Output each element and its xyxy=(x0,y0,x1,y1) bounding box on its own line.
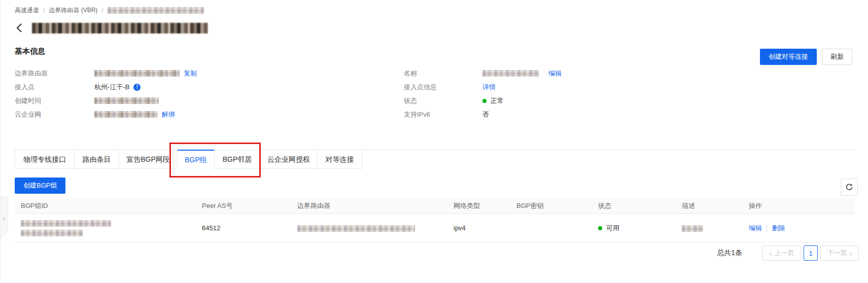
refresh-icon xyxy=(845,183,853,191)
copy-link[interactable]: 复制 xyxy=(184,69,197,78)
col-network-type: 网络类型 xyxy=(447,201,510,210)
field-label: 云企业网 xyxy=(15,110,94,119)
chevron-left-icon: ‹ xyxy=(3,215,5,222)
table-refresh-icon[interactable] xyxy=(841,179,858,196)
bgp-group-id-redacted xyxy=(21,220,111,227)
field-label: 名称 xyxy=(404,69,482,78)
field-label: 创建时间 xyxy=(15,96,94,105)
cell-actions: 编辑|删除 xyxy=(743,224,854,233)
back-icon[interactable] xyxy=(14,22,25,33)
cell-bgp-group-id xyxy=(15,220,196,236)
create-peer-connection-button[interactable]: 创建对等连接 xyxy=(760,49,817,65)
ipv6-value: 否 xyxy=(482,110,489,119)
name-redacted xyxy=(482,70,539,77)
status-dot-green xyxy=(598,226,602,230)
cell-network-type: ipv4 xyxy=(447,224,510,232)
next-page-label: 下一页 xyxy=(827,249,847,258)
unbind-link[interactable]: 解绑 xyxy=(162,110,175,119)
col-bgp-key: BGP密钥 xyxy=(510,201,592,210)
details-link[interactable]: 详情 xyxy=(482,83,496,92)
col-bgp-group-id: BGP组ID xyxy=(15,201,196,210)
field-name: 名称 编辑 xyxy=(404,66,562,80)
tab-advertised-bgp-cidr[interactable]: 宣告BGP网段 xyxy=(119,150,178,169)
next-page-button[interactable]: 下一页 › xyxy=(820,245,859,261)
tab-bgp-neighbor[interactable]: BGP邻居 xyxy=(215,150,260,169)
field-access-point-info: 接入点信息 详情 xyxy=(404,80,562,94)
field-label: 状态 xyxy=(404,96,482,105)
vbr-redacted xyxy=(297,225,415,232)
table-header-row: BGP组ID Peer AS号 边界路由器 网络类型 BGP密钥 状态 描述 操… xyxy=(15,198,855,214)
status-value: 正常 xyxy=(491,96,504,105)
cell-vbr xyxy=(291,224,447,232)
refresh-button[interactable]: 刷新 xyxy=(822,49,852,65)
vbr-id-redacted xyxy=(94,70,180,77)
breadcrumb-separator: / xyxy=(43,7,45,14)
col-vbr: 边界路由器 xyxy=(291,201,447,210)
basic-info-right-column: 名称 编辑 接入点信息 详情 状态 正常 支持IPv6 否 xyxy=(404,66,562,121)
field-status: 状态 正常 xyxy=(404,94,562,108)
edit-name-link[interactable]: 编辑 xyxy=(548,69,562,78)
field-access-point: 接入点 杭州-江干-B ! xyxy=(15,80,197,94)
col-status: 状态 xyxy=(592,201,676,210)
col-actions: 操作 xyxy=(743,201,854,210)
bgp-group-id-redacted xyxy=(21,230,83,236)
breadcrumb-express-connect[interactable]: 高速通道 xyxy=(15,6,39,15)
prev-page-label: 上一页 xyxy=(775,249,794,258)
top-actions: 创建对等连接 刷新 xyxy=(760,49,852,65)
tab-bgp-group[interactable]: BGP组 xyxy=(178,150,215,169)
tab-strip-filler xyxy=(362,150,854,169)
edit-action-link[interactable]: 编辑 xyxy=(749,224,762,232)
col-description: 描述 xyxy=(676,201,743,210)
bgp-group-table: BGP组ID Peer AS号 边界路由器 网络类型 BGP密钥 状态 描述 操… xyxy=(15,198,855,242)
info-icon[interactable]: ! xyxy=(133,84,141,91)
cen-id-redacted xyxy=(94,111,158,118)
tab-route-entries[interactable]: 路由条目 xyxy=(75,150,119,169)
row-status-value: 可用 xyxy=(606,224,619,233)
status-dot-green xyxy=(482,99,487,103)
tab-physical-interface[interactable]: 物理专线接口 xyxy=(15,150,75,169)
field-create-time: 创建时间 xyxy=(15,94,197,108)
basic-info-title: 基本信息 xyxy=(15,47,45,56)
basic-info-left-column: 边界路由器 复制 接入点 杭州-江干-B ! 创建时间 云企业网 解绑 xyxy=(15,66,197,121)
breadcrumb-vbr[interactable]: 边界路由器 (VBR) xyxy=(49,6,97,15)
delete-action-link[interactable]: 删除 xyxy=(772,224,785,232)
pagination: 总共1条 ‹ 上一页 1 下一页 › xyxy=(717,245,859,261)
chevron-right-icon: › xyxy=(850,250,852,257)
description-redacted xyxy=(682,225,703,232)
cell-peer-as: 64512 xyxy=(196,224,291,232)
cell-description xyxy=(676,224,743,232)
vbr-detail-page: 高速通道 / 边界路由器 (VBR) / 基本信息 创建对等连接 刷新 边界路由… xyxy=(0,0,868,283)
col-peer-as: Peer AS号 xyxy=(196,201,291,210)
breadcrumb: 高速通道 / 边界路由器 (VBR) / xyxy=(15,6,204,15)
breadcrumb-current-redacted xyxy=(108,7,204,14)
tab-peer-connection[interactable]: 对等连接 xyxy=(318,150,362,169)
field-label: 支持IPv6 xyxy=(404,110,482,119)
sidebar-collapse-handle[interactable]: ‹ xyxy=(1,197,8,239)
tab-cen-authorization[interactable]: 云企业网授权 xyxy=(260,150,318,169)
field-vbr-id: 边界路由器 复制 xyxy=(15,66,197,80)
current-page-button[interactable]: 1 xyxy=(804,245,818,261)
chevron-left-icon: ‹ xyxy=(770,250,772,257)
prev-page-button[interactable]: ‹ 上一页 xyxy=(762,245,801,261)
action-separator: | xyxy=(766,224,768,232)
page-title-redacted xyxy=(32,23,208,33)
field-label: 接入点 xyxy=(15,83,94,92)
create-bgp-group-button[interactable]: 创建BGP组 xyxy=(15,178,65,194)
field-ipv6: 支持IPv6 否 xyxy=(404,108,562,121)
pagination-total: 总共1条 xyxy=(717,249,742,258)
page-title-row xyxy=(14,22,208,33)
breadcrumb-separator: / xyxy=(101,7,103,14)
field-label: 边界路由器 xyxy=(15,69,94,78)
cell-status: 可用 xyxy=(592,224,676,233)
field-cen: 云企业网 解绑 xyxy=(15,108,197,121)
access-point-value: 杭州-江干-B xyxy=(94,83,129,92)
field-label: 接入点信息 xyxy=(404,83,482,92)
detail-tabs: 物理专线接口 路由条目 宣告BGP网段 BGP组 BGP邻居 云企业网授权 对等… xyxy=(15,150,854,169)
table-row: 64512 ipv4 可用 编辑|删除 xyxy=(15,214,855,242)
create-time-redacted xyxy=(94,97,159,104)
